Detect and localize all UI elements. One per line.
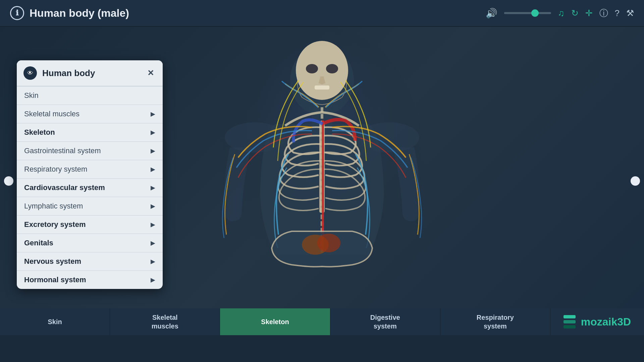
- svg-point-5: [296, 41, 348, 100]
- menu-item-label: Skeletal muscles: [24, 110, 151, 118]
- volume-icon[interactable]: 🔊: [486, 8, 497, 19]
- menu-item-label: Nervous system: [24, 257, 151, 266]
- app-title: Human body (male): [30, 7, 129, 19]
- bottom-tab-label: Skin: [48, 317, 62, 326]
- app-header: ℹ Human body (male) 🔊 ♫ ↻ ✛ ⓘ ? ⚒: [0, 0, 644, 27]
- menu-item-label: Skeleton: [24, 128, 151, 137]
- brand-name: mozaik3D: [581, 316, 631, 328]
- menu-item-arrow-icon: ▶: [151, 110, 155, 118]
- menu-item-label: Cardiovascular system: [24, 183, 151, 192]
- menu-item[interactable]: Nervous system▶: [17, 252, 163, 271]
- svg-point-7: [326, 64, 338, 73]
- menu-item[interactable]: Genitals▶: [17, 234, 163, 252]
- music-icon[interactable]: ♫: [558, 8, 565, 18]
- svg-point-11: [317, 234, 340, 252]
- menu-item-arrow-icon: ▶: [151, 147, 155, 155]
- brand-logo-mid: [564, 320, 576, 323]
- bottom-tab[interactable]: Respiratory system: [440, 308, 550, 335]
- menu-item-label: Respiratory system: [24, 165, 151, 174]
- bottom-tab-label: Digestive system: [370, 313, 400, 330]
- menu-item-label: Gastrointestinal system: [24, 146, 151, 155]
- help-icon[interactable]: ?: [615, 8, 620, 18]
- panel-header: 👁 Human body ✕: [17, 60, 163, 86]
- menu-item-label: Excretory system: [24, 220, 151, 229]
- main-area: 👁 Human body ✕ SkinSkeletal muscles▶Skel…: [0, 27, 644, 335]
- header-title-area: ℹ Human body (male): [10, 6, 486, 20]
- panel-close-button[interactable]: ✕: [145, 68, 156, 78]
- menu-item[interactable]: Skeletal muscles▶: [17, 105, 163, 123]
- menu-item-arrow-icon: ▶: [151, 221, 155, 228]
- body-systems-panel: 👁 Human body ✕ SkinSkeletal muscles▶Skel…: [17, 60, 163, 289]
- menu-item-arrow-icon: ▶: [151, 202, 155, 210]
- menu-item-label: Genitals: [24, 239, 151, 247]
- svg-rect-8: [315, 85, 329, 89]
- menu-item-arrow-icon: ▶: [151, 129, 155, 136]
- info-icon[interactable]: ⓘ: [599, 7, 608, 19]
- move-icon[interactable]: ✛: [585, 8, 593, 18]
- panel-menu: SkinSkeletal muscles▶Skeleton▶Gastrointe…: [17, 86, 163, 289]
- menu-item[interactable]: Cardiovascular system▶: [17, 179, 163, 197]
- menu-item-arrow-icon: ▶: [151, 184, 155, 191]
- left-nav-circle[interactable]: [4, 176, 13, 186]
- panel-title: Human body: [42, 68, 140, 78]
- bottom-tab-label: Skeletal muscles: [152, 313, 178, 330]
- bottom-bar: SkinSkeletal musclesSkeletonDigestive sy…: [0, 308, 644, 335]
- menu-item[interactable]: Respiratory system▶: [17, 160, 163, 179]
- menu-item[interactable]: Hormonal system▶: [17, 271, 163, 289]
- menu-item-arrow-icon: ▶: [151, 276, 155, 284]
- menu-item[interactable]: Skin: [17, 86, 163, 105]
- bottom-tab[interactable]: Skeleton: [220, 308, 330, 335]
- brand-logo-bot: [564, 325, 576, 328]
- settings-icon[interactable]: ⚒: [626, 8, 634, 18]
- menu-item-label: Lymphatic system: [24, 202, 151, 210]
- menu-item[interactable]: Lymphatic system▶: [17, 197, 163, 216]
- menu-item-label: Hormonal system: [24, 276, 151, 284]
- menu-item-arrow-icon: ▶: [151, 166, 155, 173]
- menu-item[interactable]: Excretory system▶: [17, 216, 163, 234]
- brand-area: mozaik3D: [550, 308, 644, 335]
- body-svg: [171, 27, 473, 302]
- brand-logo: [564, 315, 576, 328]
- header-controls: 🔊 ♫ ↻ ✛ ⓘ ? ⚒: [486, 7, 634, 19]
- menu-item[interactable]: Gastrointestinal system▶: [17, 142, 163, 160]
- bottom-tab-label: Skeleton: [261, 317, 289, 326]
- reset-icon[interactable]: ↻: [571, 8, 579, 18]
- bottom-tab[interactable]: Skin: [0, 308, 110, 335]
- bottom-tab[interactable]: Digestive system: [330, 308, 440, 335]
- bottom-tabs: SkinSkeletal musclesSkeletonDigestive sy…: [0, 308, 550, 335]
- brand-logo-top: [564, 315, 576, 318]
- volume-slider[interactable]: [504, 12, 551, 14]
- menu-item-arrow-icon: ▶: [151, 239, 155, 247]
- header-info-icon[interactable]: ℹ: [10, 6, 24, 20]
- panel-eye-icon: 👁: [23, 66, 37, 80]
- right-nav-circle[interactable]: [631, 176, 640, 186]
- menu-item-arrow-icon: ▶: [151, 258, 155, 265]
- menu-item-label: Skin: [24, 91, 155, 100]
- bottom-tab[interactable]: Skeletal muscles: [110, 308, 220, 335]
- bottom-tab-label: Respiratory system: [477, 313, 514, 330]
- menu-item[interactable]: Skeleton▶: [17, 123, 163, 142]
- svg-point-6: [306, 64, 318, 73]
